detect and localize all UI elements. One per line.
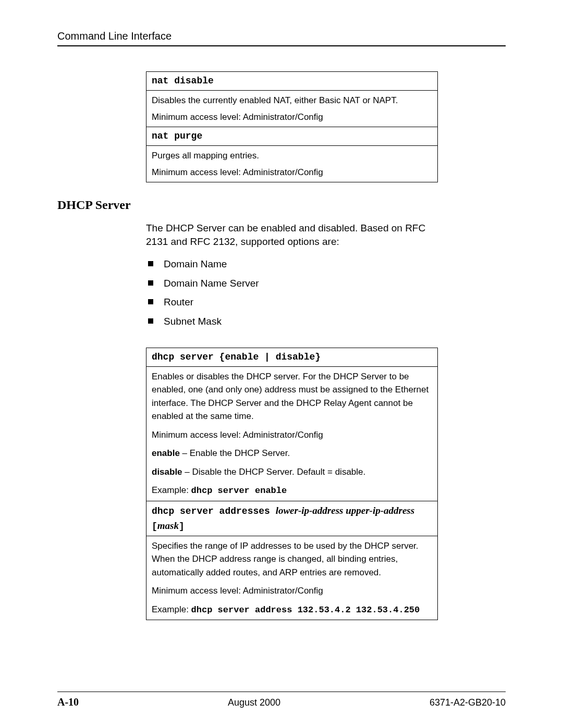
cmd-opt-arg: mask bbox=[157, 520, 179, 531]
nat-purge-line1: Purges all mapping entries. bbox=[152, 149, 432, 163]
running-header: Command Line Interface bbox=[57, 30, 506, 42]
dhcp-addresses-desc: Specifies the range of IP addresses to b… bbox=[152, 539, 432, 579]
cmd-nat-disable: nat disable bbox=[146, 72, 438, 91]
example-label: Example: bbox=[152, 485, 191, 495]
page-number: A-10 bbox=[57, 696, 79, 708]
cmd-dhcp-server-enable-disable: dhcp server {enable | disable} bbox=[146, 348, 438, 366]
cmd-dhcp-server-addresses: dhcp server addresses lower-ip-address u… bbox=[146, 501, 438, 536]
nat-disable-desc: Disables the currently enabled NAT, eith… bbox=[146, 91, 438, 127]
nat-purge-desc: Purges all mapping entries. Minimum acce… bbox=[146, 146, 438, 182]
list-item: Router bbox=[146, 295, 438, 310]
bracket-open: [ bbox=[152, 521, 157, 532]
nat-disable-line1: Disables the currently enabled NAT, eith… bbox=[152, 94, 432, 107]
nat-purge-line2: Minimum access level: Administrator/Conf… bbox=[152, 166, 432, 179]
list-item: Domain Name bbox=[146, 257, 438, 272]
dhcp-addresses-cell: Specifies the range of IP addresses to b… bbox=[146, 536, 438, 620]
options-list: Domain Name Domain Name Server Router Su… bbox=[146, 257, 438, 328]
enable-keyword-desc: – Enable the DHCP Server. bbox=[180, 448, 290, 458]
bracket-close: ] bbox=[179, 521, 185, 532]
example-label-2: Example: bbox=[152, 604, 191, 614]
example-code: dhcp server enable bbox=[191, 486, 287, 496]
footer-rule bbox=[57, 692, 506, 692]
enable-keyword: enable bbox=[152, 448, 180, 458]
disable-keyword-desc: – Disable the DHCP Server. Default = dis… bbox=[182, 467, 366, 477]
dhcp-addresses-min: Minimum access level: Administrator/Conf… bbox=[152, 584, 432, 598]
header-rule bbox=[57, 45, 506, 46]
dhcp-enable-cell: Enables or disables the DHCP server. For… bbox=[146, 366, 438, 501]
page-footer: A-10 August 2000 6371-A2-GB20-10 bbox=[57, 692, 506, 708]
dhcp-enable-desc: Enables or disables the DHCP server. For… bbox=[152, 370, 432, 423]
disable-keyword: disable bbox=[152, 467, 182, 477]
list-item: Domain Name Server bbox=[146, 277, 438, 291]
footer-date: August 2000 bbox=[228, 697, 280, 708]
list-item: Subnet Mask bbox=[146, 315, 438, 329]
dhcp-enable-min: Minimum access level: Administrator/Conf… bbox=[152, 428, 432, 442]
footer-doc-id: 6371-A2-GB20-10 bbox=[430, 697, 506, 708]
cmd-prefix: dhcp server addresses bbox=[152, 506, 276, 516]
dhcp-commands-table: dhcp server {enable | disable} Enables o… bbox=[146, 348, 438, 621]
section-title: DHCP Server bbox=[57, 198, 506, 212]
cmd-nat-purge: nat purge bbox=[146, 127, 438, 146]
cmd-args: lower-ip-address upper-ip-address bbox=[276, 505, 415, 516]
example-code-2: dhcp server address 132.53.4.2 132.53.4.… bbox=[191, 605, 420, 615]
section-intro: The DHCP Server can be enabled and disab… bbox=[146, 221, 438, 248]
nat-commands-table: nat disable Disables the currently enabl… bbox=[146, 71, 438, 182]
nat-disable-line2: Minimum access level: Administrator/Conf… bbox=[152, 110, 432, 124]
